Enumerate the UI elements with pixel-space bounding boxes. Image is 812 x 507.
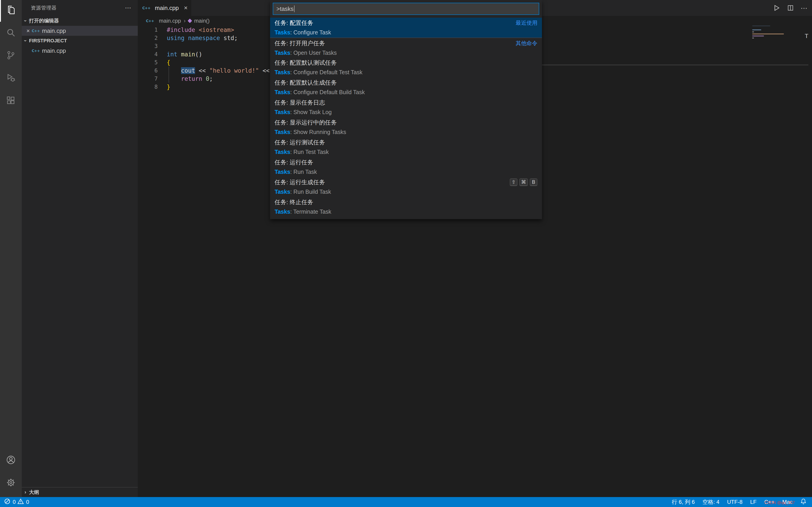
split-editor-button[interactable] [787, 5, 794, 11]
breadcrumb-symbol[interactable]: main() [194, 18, 210, 24]
project-section-header[interactable]: › FIRSTPROJECT [22, 36, 138, 46]
command-palette-item[interactable]: 任务: 显示运行中的任务Tasks: Show Running Tasks [270, 117, 542, 137]
command-palette-item[interactable]: 任务: 配置任务最近使用Tasks: Configure Task [270, 18, 542, 38]
line-number: 6 [138, 66, 158, 75]
line-number: 2 [138, 34, 158, 42]
breadcrumb-separator: › [184, 18, 186, 24]
tab-main-cpp[interactable]: C++ main.cpp × [138, 0, 191, 16]
indentation[interactable]: 空格: 4 [703, 498, 720, 506]
code-line-content: return 0; [167, 75, 213, 83]
sidebar-more-actions-button[interactable]: ⋯ [125, 0, 132, 16]
command-palette: >tasks 任务: 配置任务最近使用Tasks: Configure Task… [270, 0, 542, 219]
account-icon [5, 454, 16, 467]
tab-close-icon[interactable]: × [184, 4, 188, 11]
line-number: 8 [138, 83, 158, 91]
line-number: 5 [138, 58, 158, 66]
line-number: 7 [138, 75, 158, 83]
command-palette-item[interactable]: 任务: 运行测试任务Tasks: Run Test Task [270, 137, 542, 157]
chevron-right-icon: › [22, 489, 29, 495]
text-caret [294, 5, 295, 12]
activity-bar-bottom [0, 450, 22, 495]
command-palette-item[interactable]: 任务: 运行任务Tasks: Run Task [270, 157, 542, 177]
command-input-value: >tasks [276, 5, 294, 12]
open-editor-item-main-cpp[interactable]: × C++ main.cpp [22, 26, 138, 36]
command-label: 任务: 终止任务 [274, 198, 313, 206]
warning-icon [17, 498, 24, 506]
code-line-content: int main() [167, 50, 202, 58]
indent-guide [168, 66, 169, 83]
explorer-sidebar: 资源管理器 ⋯ › 打开的编辑器 × C++ main.cpp › FIRSTP… [22, 0, 138, 497]
debug-icon [5, 72, 16, 85]
command-palette-item[interactable]: 任务: 终止任务Tasks: Terminate Task [270, 197, 542, 217]
language-mode[interactable]: C++ [764, 499, 774, 505]
activity-bar [0, 0, 22, 497]
vscode-window: 资源管理器 ⋯ › 打开的编辑器 × C++ main.cpp › FIRSTP… [0, 0, 812, 507]
open-editor-file-label: main.cpp [42, 27, 66, 35]
run-button[interactable] [773, 4, 780, 11]
watermark-line-artifact [542, 65, 808, 65]
code-line-content: using namespace std; [167, 34, 238, 42]
command-label: 任务: 运行测试任务 [274, 138, 325, 147]
command-label: 任务: 运行任务 [274, 159, 313, 166]
outline-label: 大纲 [29, 489, 39, 496]
command-detail: Tasks: Terminate Task [274, 207, 538, 216]
command-label: 任务: 显示运行中的任务 [274, 119, 337, 126]
activity-run-debug-button[interactable] [0, 68, 22, 90]
settings-button[interactable] [0, 472, 22, 494]
project-file-label: main.cpp [42, 47, 66, 54]
account-button[interactable] [0, 450, 22, 472]
notifications-bell-icon[interactable] [800, 498, 807, 506]
open-editors-section-header[interactable]: › 打开的编辑器 [22, 16, 138, 26]
outline-section-header[interactable]: › 大纲 [22, 487, 138, 497]
activity-explorer-button[interactable] [0, 0, 22, 22]
minimap-line [752, 36, 764, 37]
activity-search-button[interactable] [0, 23, 22, 44]
gear-icon [6, 477, 16, 490]
project-label: FIRSTPROJECT [29, 38, 67, 44]
command-label: 任务: 运行生成任务 [274, 178, 325, 186]
symbol-method-icon [188, 18, 192, 23]
command-palette-item[interactable]: 任务: 打开用户任务其他命令Tasks: Open User Tasks [270, 38, 542, 57]
warning-count: 0 [26, 499, 29, 505]
eol-sequence[interactable]: LF [750, 499, 757, 505]
command-input[interactable]: >tasks [273, 3, 539, 15]
command-detail: Tasks: Configure Default Test Task [274, 68, 538, 76]
breadcrumb-file[interactable]: main.cpp [159, 18, 181, 24]
status-bar: 0 0 行 6, 列 6 空格: 4 UTF-8 LF C++ Mac [0, 497, 812, 507]
project-file-main-cpp[interactable]: C++ main.cpp [22, 46, 138, 56]
minimap-line [752, 32, 754, 33]
editor-actions: ⋯ [773, 0, 807, 16]
cursor-position[interactable]: 行 6, 列 6 [672, 498, 695, 506]
keymap-indicator[interactable]: Mac [782, 499, 793, 505]
error-count: 0 [13, 499, 16, 505]
command-label: 任务: 配置默认生成任务 [274, 79, 337, 87]
command-palette-item[interactable]: 任务: 运行生成任务⇧⌘BTasks: Run Build Task [270, 177, 542, 197]
problems-button[interactable]: 0 0 [0, 498, 29, 506]
code-line-content: #include <iostream> [167, 26, 234, 34]
chevron-down-icon: › [22, 17, 28, 24]
command-label: 任务: 显示任务日志 [274, 99, 325, 107]
command-palette-item[interactable]: 任务: 配置默认生成任务Tasks: Configure Default Bui… [270, 77, 542, 97]
minimap-line [752, 38, 754, 39]
group-separator-label: 最近使用 [516, 19, 538, 26]
command-palette-item[interactable]: 任务: 配置默认测试任务Tasks: Configure Default Tes… [270, 57, 542, 77]
activity-source-control-button[interactable] [0, 45, 22, 67]
encoding[interactable]: UTF-8 [727, 499, 743, 505]
code-line-content: { [167, 58, 170, 66]
command-label: 任务: 配置任务 [274, 19, 313, 27]
more-actions-button[interactable]: ⋯ [801, 4, 807, 12]
cpp-file-icon: C++ [32, 49, 40, 53]
source-control-icon [5, 50, 16, 62]
close-icon[interactable]: × [24, 27, 32, 35]
tab-label: main.cpp [155, 5, 179, 11]
cpp-file-icon: C++ [32, 29, 40, 33]
keybinding-chip: ⇧ [510, 178, 517, 186]
command-detail: Tasks: Show Task Log [274, 108, 538, 116]
keybinding-chip: ⌘ [519, 178, 528, 186]
keybinding-chip: B [530, 178, 538, 186]
code-line-content: } [167, 83, 170, 91]
activity-extensions-button[interactable] [0, 91, 22, 112]
command-detail: Tasks: Run Test Task [274, 148, 538, 156]
sidebar-title-row: 资源管理器 ⋯ [22, 0, 138, 16]
command-palette-item[interactable]: 任务: 显示任务日志Tasks: Show Task Log [270, 97, 542, 117]
